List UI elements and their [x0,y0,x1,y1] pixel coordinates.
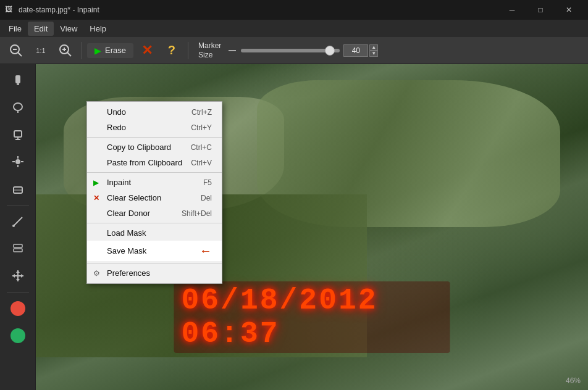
zoom-in-button[interactable] [54,39,77,62]
marker-size-slider[interactable] [241,49,340,52]
menu-divider-4 [87,263,222,263]
redo-label: Redo [107,123,126,132]
zoom-reset-button[interactable]: 1:1 [30,39,52,62]
tool-dot-red[interactable] [6,296,30,321]
menu-divider-2 [87,172,222,173]
cancel-button[interactable]: ✕ [136,39,158,62]
menu-bar: File Edit View Help [0,20,588,37]
menu-inpaint[interactable]: ▶ Inpaint F5 [87,175,222,190]
menu-save-mask[interactable]: Save Mask ← [87,241,222,261]
close-button[interactable]: ✕ [555,0,583,20]
svg-rect-7 [229,50,236,51]
preferences-label: Preferences [107,268,150,278]
tool-stamp[interactable] [6,122,30,147]
clear-selection-label: Clear Selection [107,193,161,202]
menu-undo[interactable]: Undo Ctrl+Z [87,104,222,120]
menu-redo[interactable]: Redo Ctrl+Y [87,120,222,135]
erase-label: Erase [105,46,126,55]
svg-rect-25 [14,249,22,252]
marker-icon [227,46,237,56]
toolbar-separator-2 [188,42,188,59]
undo-label: Undo [107,107,126,117]
clear-selection-x-icon: ✕ [93,194,99,202]
window-title: date-stamp.jpg* - Inpaint [19,6,498,14]
menu-help[interactable]: Help [83,22,112,36]
paste-shortcut: Ctrl+V [191,159,212,167]
erase-button[interactable]: ▶ Erase [87,43,133,58]
zoom-indicator: 46% [566,376,581,385]
inpaint-label: Inpaint [107,178,131,187]
green-circle [10,328,25,343]
svg-rect-9 [17,83,19,85]
main-layout: 06/18/2012 06:37 46% Undo Ctrl+Z Redo Ct… [0,64,588,390]
copy-label: Copy to Clipboard [107,143,171,152]
inpaint-shortcut: F5 [203,178,212,187]
copy-shortcut: Ctrl+C [191,143,212,152]
clear-donor-label: Clear Donor [107,209,150,218]
svg-line-4 [67,52,71,56]
svg-rect-12 [14,131,22,137]
toolbar-separator-1 [82,42,82,59]
tool-dot-green[interactable] [6,323,30,348]
timestamp-overlay: 06/18/2012 06:37 [174,281,450,353]
marker-size-spinner[interactable]: ▲ ▼ [369,44,378,57]
preferences-gear-icon: ⚙ [93,269,100,278]
svg-line-1 [18,52,22,56]
menu-copy[interactable]: Copy to Clipboard Ctrl+C [87,139,222,155]
left-toolbar [0,64,36,390]
svg-marker-28 [16,270,20,273]
menu-edit[interactable]: Edit [28,22,54,36]
svg-marker-29 [16,279,20,281]
clear-selection-shortcut: Del [201,194,212,202]
toolbar: 1:1 ▶ Erase ✕ ? Marker Size 40 ▲ ▼ [0,37,588,64]
tool-move[interactable] [6,263,30,288]
tool-lasso[interactable] [6,95,30,120]
svg-line-22 [14,217,22,226]
tool-layers[interactable] [6,236,30,261]
minimize-button[interactable]: ─ [498,0,526,20]
red-circle [10,301,25,316]
tool-line[interactable] [6,209,30,234]
load-mask-label: Load Mask [107,228,146,238]
menu-file[interactable]: File [2,22,28,36]
save-mask-arrow-icon: ← [200,244,212,258]
tool-magic-wand[interactable] [6,149,30,174]
svg-point-10 [14,103,22,110]
left-separator-2 [7,292,29,292]
left-separator-1 [7,205,29,205]
menu-divider-1 [87,137,222,138]
svg-point-19 [15,159,20,164]
window-controls: ─ □ ✕ [498,0,583,20]
canvas-area[interactable]: 06/18/2012 06:37 46% Undo Ctrl+Z Redo Ct… [36,64,588,390]
menu-view[interactable]: View [54,22,83,36]
marker-size-control: 40 ▲ ▼ [227,44,378,57]
tool-marker[interactable] [6,68,30,93]
clear-donor-shortcut: Shift+Del [182,209,212,218]
maximize-button[interactable]: □ [526,0,555,20]
menu-clear-donor[interactable]: Clear Donor Shift+Del [87,205,222,221]
redo-shortcut: Ctrl+Y [191,123,212,132]
menu-load-mask[interactable]: Load Mask [87,225,222,241]
svg-marker-30 [12,274,15,278]
marker-size-label: Marker Size [198,41,221,59]
marker-size-value[interactable]: 40 [343,44,368,57]
title-bar: 🖼 date-stamp.jpg* - Inpaint ─ □ ✕ [0,0,588,20]
edit-dropdown-menu: Undo Ctrl+Z Redo Ctrl+Y Copy to Clipboar… [86,101,222,284]
svg-marker-31 [21,274,23,278]
help-button[interactable]: ? [161,39,183,62]
svg-rect-8 [15,75,20,83]
save-mask-label: Save Mask [107,246,146,255]
app-icon: 🖼 [5,5,15,15]
tool-eraser[interactable] [6,176,30,201]
menu-paste[interactable]: Paste from Clipboard Ctrl+V [87,155,222,170]
zoom-out-button[interactable] [5,39,27,62]
paste-label: Paste from Clipboard [107,158,182,167]
erase-play-icon: ▶ [94,46,101,56]
svg-point-23 [12,225,15,227]
menu-clear-selection[interactable]: ✕ Clear Selection Del [87,190,222,205]
menu-preferences[interactable]: ⚙ Preferences [87,265,222,281]
undo-shortcut: Ctrl+Z [191,108,212,117]
svg-rect-24 [14,244,22,247]
menu-divider-3 [87,223,222,223]
inpaint-play-icon: ▶ [93,178,99,187]
